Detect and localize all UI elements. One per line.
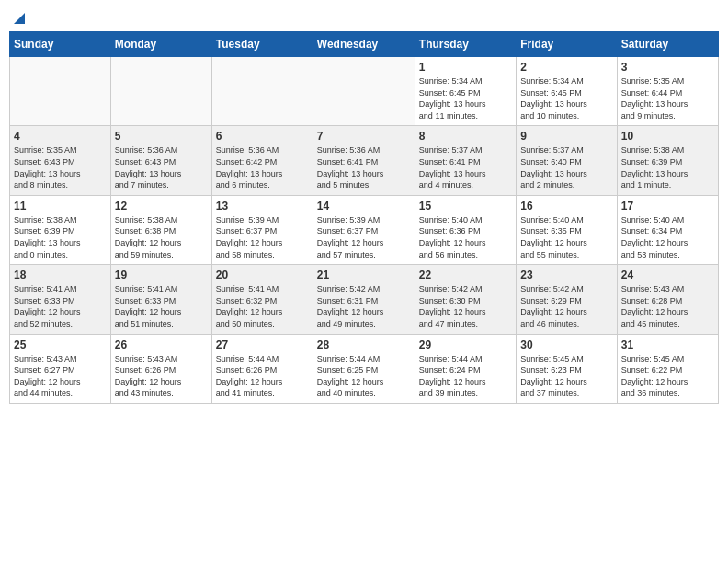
calendar-cell: 22Sunrise: 5:42 AM Sunset: 6:30 PM Dayli… bbox=[415, 265, 516, 334]
day-info: Sunrise: 5:42 AM Sunset: 6:29 PM Dayligh… bbox=[520, 283, 612, 329]
calendar-cell: 8Sunrise: 5:37 AM Sunset: 6:41 PM Daylig… bbox=[415, 126, 516, 195]
day-header-sunday: Sunday bbox=[10, 32, 111, 57]
logo-text bbox=[9, 9, 28, 26]
day-header-monday: Monday bbox=[110, 32, 211, 57]
calendar-cell: 25Sunrise: 5:43 AM Sunset: 6:27 PM Dayli… bbox=[10, 334, 111, 403]
day-info: Sunrise: 5:40 AM Sunset: 6:34 PM Dayligh… bbox=[621, 214, 714, 260]
calendar-table: SundayMondayTuesdayWednesdayThursdayFrid… bbox=[9, 31, 719, 404]
calendar-cell bbox=[211, 57, 313, 126]
calendar-cell bbox=[10, 57, 111, 126]
calendar-cell: 23Sunrise: 5:42 AM Sunset: 6:29 PM Dayli… bbox=[517, 265, 617, 334]
day-info: Sunrise: 5:41 AM Sunset: 6:33 PM Dayligh… bbox=[14, 283, 107, 329]
calendar-cell: 14Sunrise: 5:39 AM Sunset: 6:37 PM Dayli… bbox=[313, 195, 415, 264]
calendar-cell: 6Sunrise: 5:36 AM Sunset: 6:42 PM Daylig… bbox=[211, 126, 313, 195]
calendar-week-row: 1Sunrise: 5:34 AM Sunset: 6:45 PM Daylig… bbox=[10, 57, 719, 126]
day-number: 12 bbox=[115, 200, 208, 213]
calendar-cell: 28Sunrise: 5:44 AM Sunset: 6:25 PM Dayli… bbox=[313, 334, 415, 403]
day-info: Sunrise: 5:39 AM Sunset: 6:37 PM Dayligh… bbox=[216, 214, 309, 260]
logo-icon bbox=[11, 9, 28, 26]
day-number: 29 bbox=[419, 339, 512, 351]
day-number: 11 bbox=[14, 200, 107, 213]
day-number: 7 bbox=[317, 130, 411, 143]
calendar-cell: 5Sunrise: 5:36 AM Sunset: 6:43 PM Daylig… bbox=[110, 126, 211, 195]
calendar-week-row: 4Sunrise: 5:35 AM Sunset: 6:43 PM Daylig… bbox=[10, 126, 719, 195]
calendar-cell: 1Sunrise: 5:34 AM Sunset: 6:45 PM Daylig… bbox=[415, 57, 516, 126]
day-info: Sunrise: 5:36 AM Sunset: 6:42 PM Dayligh… bbox=[216, 144, 309, 190]
calendar-cell: 17Sunrise: 5:40 AM Sunset: 6:34 PM Dayli… bbox=[617, 195, 718, 264]
day-number: 27 bbox=[216, 339, 309, 351]
calendar-cell: 19Sunrise: 5:41 AM Sunset: 6:33 PM Dayli… bbox=[110, 265, 211, 334]
day-info: Sunrise: 5:40 AM Sunset: 6:36 PM Dayligh… bbox=[419, 214, 512, 260]
calendar-cell: 12Sunrise: 5:38 AM Sunset: 6:38 PM Dayli… bbox=[110, 195, 211, 264]
calendar-cell: 16Sunrise: 5:40 AM Sunset: 6:35 PM Dayli… bbox=[517, 195, 617, 264]
day-number: 16 bbox=[520, 200, 612, 213]
calendar-cell bbox=[110, 57, 211, 126]
calendar-cell: 4Sunrise: 5:35 AM Sunset: 6:43 PM Daylig… bbox=[10, 126, 111, 195]
day-number: 5 bbox=[115, 130, 208, 143]
day-info: Sunrise: 5:34 AM Sunset: 6:45 PM Dayligh… bbox=[419, 75, 512, 121]
day-info: Sunrise: 5:44 AM Sunset: 6:24 PM Dayligh… bbox=[419, 353, 512, 399]
day-number: 6 bbox=[216, 130, 309, 143]
calendar-week-row: 25Sunrise: 5:43 AM Sunset: 6:27 PM Dayli… bbox=[10, 334, 719, 403]
day-number: 1 bbox=[419, 61, 512, 74]
day-info: Sunrise: 5:38 AM Sunset: 6:39 PM Dayligh… bbox=[14, 214, 107, 260]
calendar-cell: 7Sunrise: 5:36 AM Sunset: 6:41 PM Daylig… bbox=[313, 126, 415, 195]
day-number: 3 bbox=[621, 61, 714, 74]
day-header-thursday: Thursday bbox=[415, 32, 516, 57]
day-info: Sunrise: 5:42 AM Sunset: 6:30 PM Dayligh… bbox=[419, 283, 512, 329]
calendar-cell: 18Sunrise: 5:41 AM Sunset: 6:33 PM Dayli… bbox=[10, 265, 111, 334]
day-number: 31 bbox=[621, 339, 714, 351]
day-info: Sunrise: 5:41 AM Sunset: 6:33 PM Dayligh… bbox=[115, 283, 208, 329]
day-info: Sunrise: 5:37 AM Sunset: 6:40 PM Dayligh… bbox=[520, 144, 612, 190]
day-info: Sunrise: 5:43 AM Sunset: 6:26 PM Dayligh… bbox=[115, 353, 208, 399]
calendar-cell: 30Sunrise: 5:45 AM Sunset: 6:23 PM Dayli… bbox=[517, 334, 617, 403]
day-number: 15 bbox=[419, 200, 512, 213]
day-number: 18 bbox=[14, 269, 107, 282]
day-info: Sunrise: 5:43 AM Sunset: 6:28 PM Dayligh… bbox=[621, 283, 714, 329]
day-header-wednesday: Wednesday bbox=[313, 32, 415, 57]
day-info: Sunrise: 5:44 AM Sunset: 6:25 PM Dayligh… bbox=[317, 353, 411, 399]
day-number: 23 bbox=[520, 269, 612, 282]
page-header bbox=[9, 9, 719, 26]
svg-marker-0 bbox=[14, 13, 25, 24]
calendar-cell: 27Sunrise: 5:44 AM Sunset: 6:26 PM Dayli… bbox=[211, 334, 313, 403]
day-number: 19 bbox=[115, 269, 208, 282]
calendar-cell: 3Sunrise: 5:35 AM Sunset: 6:44 PM Daylig… bbox=[617, 57, 718, 126]
calendar-cell: 20Sunrise: 5:41 AM Sunset: 6:32 PM Dayli… bbox=[211, 265, 313, 334]
day-info: Sunrise: 5:43 AM Sunset: 6:27 PM Dayligh… bbox=[14, 353, 107, 399]
calendar-cell: 21Sunrise: 5:42 AM Sunset: 6:31 PM Dayli… bbox=[313, 265, 415, 334]
day-number: 10 bbox=[621, 130, 714, 143]
day-info: Sunrise: 5:42 AM Sunset: 6:31 PM Dayligh… bbox=[317, 283, 411, 329]
day-info: Sunrise: 5:37 AM Sunset: 6:41 PM Dayligh… bbox=[419, 144, 512, 190]
day-number: 28 bbox=[317, 339, 411, 351]
day-number: 9 bbox=[520, 130, 612, 143]
day-number: 14 bbox=[317, 200, 411, 213]
day-info: Sunrise: 5:36 AM Sunset: 6:41 PM Dayligh… bbox=[317, 144, 411, 190]
day-number: 20 bbox=[216, 269, 309, 282]
calendar-cell: 31Sunrise: 5:45 AM Sunset: 6:22 PM Dayli… bbox=[617, 334, 718, 403]
day-number: 17 bbox=[621, 200, 714, 213]
day-number: 2 bbox=[520, 61, 612, 74]
calendar-week-row: 18Sunrise: 5:41 AM Sunset: 6:33 PM Dayli… bbox=[10, 265, 719, 334]
day-info: Sunrise: 5:38 AM Sunset: 6:38 PM Dayligh… bbox=[115, 214, 208, 260]
day-info: Sunrise: 5:34 AM Sunset: 6:45 PM Dayligh… bbox=[520, 75, 612, 121]
day-number: 25 bbox=[14, 339, 107, 351]
day-info: Sunrise: 5:35 AM Sunset: 6:44 PM Dayligh… bbox=[621, 75, 714, 121]
day-number: 26 bbox=[115, 339, 208, 351]
day-info: Sunrise: 5:38 AM Sunset: 6:39 PM Dayligh… bbox=[621, 144, 714, 190]
calendar-cell: 9Sunrise: 5:37 AM Sunset: 6:40 PM Daylig… bbox=[517, 126, 617, 195]
calendar-cell: 13Sunrise: 5:39 AM Sunset: 6:37 PM Dayli… bbox=[211, 195, 313, 264]
calendar-cell: 2Sunrise: 5:34 AM Sunset: 6:45 PM Daylig… bbox=[517, 57, 617, 126]
calendar-cell: 11Sunrise: 5:38 AM Sunset: 6:39 PM Dayli… bbox=[10, 195, 111, 264]
day-number: 13 bbox=[216, 200, 309, 213]
day-number: 4 bbox=[14, 130, 107, 143]
day-header-tuesday: Tuesday bbox=[211, 32, 313, 57]
calendar-cell: 29Sunrise: 5:44 AM Sunset: 6:24 PM Dayli… bbox=[415, 334, 516, 403]
calendar-cell bbox=[313, 57, 415, 126]
day-info: Sunrise: 5:41 AM Sunset: 6:32 PM Dayligh… bbox=[216, 283, 309, 329]
calendar-cell: 24Sunrise: 5:43 AM Sunset: 6:28 PM Dayli… bbox=[617, 265, 718, 334]
day-info: Sunrise: 5:39 AM Sunset: 6:37 PM Dayligh… bbox=[317, 214, 411, 260]
day-number: 22 bbox=[419, 269, 512, 282]
day-number: 8 bbox=[419, 130, 512, 143]
day-header-saturday: Saturday bbox=[617, 32, 718, 57]
